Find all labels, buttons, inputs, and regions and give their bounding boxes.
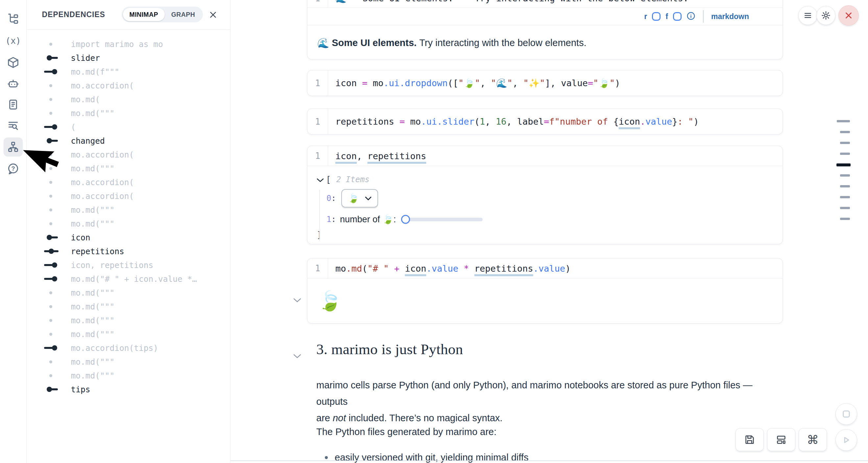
bullet-icon xyxy=(325,456,328,459)
dependency-item[interactable]: icon xyxy=(27,230,230,244)
minimap-cell-bar[interactable] xyxy=(840,174,850,177)
line-number: 1 xyxy=(307,70,328,96)
collapse-section-button[interactable] xyxy=(292,351,302,361)
code-line[interactable]: icon = mo.ui.dropdown(["🍃", "🌊", "✨"], v… xyxy=(328,78,620,89)
dependency-item[interactable]: mo.md(""" xyxy=(27,355,230,369)
code-line[interactable]: mo.md("# " + icon.value * repetitions.va… xyxy=(328,264,570,274)
dependency-item-label: ( xyxy=(71,122,76,132)
svg-text:?: ? xyxy=(11,165,15,172)
code-line[interactable]: 🌊 **Some UI elements.** Try interacting … xyxy=(328,0,688,4)
close-panel-button[interactable] xyxy=(208,9,218,20)
dependency-item[interactable]: mo.accordion( xyxy=(27,79,230,92)
markdown-output: 🌊 Some UI elements. Try interacting with… xyxy=(307,25,782,60)
items-count: 2 Items xyxy=(336,175,370,184)
variables-icon[interactable]: (x) xyxy=(4,31,23,50)
dependency-graph-icon[interactable] xyxy=(4,137,23,157)
dependency-item[interactable]: icon, repetitions xyxy=(27,258,230,272)
dependency-item-label: mo.accordion(tips) xyxy=(71,343,158,353)
stop-icon xyxy=(841,408,852,420)
code-editor[interactable]: 1 mo.md("# " + icon.value * repetitions.… xyxy=(307,258,782,279)
dependency-item[interactable]: mo.md(""" xyxy=(27,300,230,313)
dependency-item[interactable]: mo.md("# " + icon.value *… xyxy=(27,272,230,286)
chevron-down-icon xyxy=(365,196,372,200)
tab-minimap[interactable]: MINIMAP xyxy=(123,8,165,21)
shutdown-button[interactable] xyxy=(838,5,859,26)
dependency-marker-use-icon xyxy=(44,341,62,355)
dependency-item[interactable]: mo.md(""" xyxy=(27,203,230,217)
dependency-item[interactable]: mo.md(""" xyxy=(27,161,230,175)
minimap-cell-bar[interactable] xyxy=(840,142,850,144)
language-label[interactable]: markdown xyxy=(711,12,749,21)
packages-icon[interactable] xyxy=(4,53,23,72)
dependency-item-label: icon, repetitions xyxy=(71,260,154,270)
layout-button[interactable] xyxy=(767,428,795,451)
code-editor[interactable]: 1 🌊 **Some UI elements.** Try interactin… xyxy=(307,0,782,8)
minimap-cell-bar[interactable] xyxy=(840,207,850,209)
dependency-item-label: mo.md(""" xyxy=(71,164,115,173)
minimap-cell-bar[interactable] xyxy=(837,120,850,122)
dependency-item[interactable]: ( xyxy=(27,120,230,134)
minimap-cell-bar[interactable] xyxy=(840,153,850,155)
code-line[interactable]: icon, repetitions xyxy=(328,151,426,161)
dependency-marker-dot-icon xyxy=(44,175,62,189)
ai-assistant-icon[interactable] xyxy=(4,74,23,93)
dependency-item-label: mo.md(""" xyxy=(71,109,115,118)
run-all-button[interactable] xyxy=(835,429,857,451)
notebook-menu-button[interactable] xyxy=(798,6,817,25)
dependencies-header: DEPENDENCIES MINIMAP GRAPH xyxy=(27,0,230,30)
info-icon[interactable] xyxy=(686,11,695,22)
documentation-icon[interactable] xyxy=(4,95,23,114)
logs-search-icon[interactable] xyxy=(4,116,23,135)
dependency-item[interactable]: mo.md( xyxy=(27,92,230,106)
dependency-item[interactable]: mo.md(""" xyxy=(27,286,230,300)
format-checkbox[interactable] xyxy=(673,12,682,21)
dropdown-select[interactable]: 🍃 xyxy=(341,189,378,208)
line-number: 1 xyxy=(307,109,328,134)
file-tree-icon[interactable] xyxy=(4,9,23,29)
minimap-cell-bar[interactable] xyxy=(840,218,850,220)
dependency-item[interactable]: mo.md(""" xyxy=(27,327,230,341)
minimap-cell-bar[interactable] xyxy=(836,163,850,166)
dependency-item[interactable]: slider xyxy=(27,51,230,65)
code-editor[interactable]: 1 repetitions = mo.ui.slider(1, 16, labe… xyxy=(307,109,782,134)
dependency-marker-use-icon xyxy=(44,258,62,272)
dependency-item[interactable]: mo.accordion( xyxy=(27,189,230,203)
menu-icon xyxy=(803,10,813,21)
wave-emoji: 🌊 xyxy=(317,37,329,49)
slider-handle[interactable] xyxy=(401,215,410,224)
stop-button[interactable] xyxy=(835,403,857,425)
code-line[interactable]: repetitions = mo.ui.slider(1, 16, label=… xyxy=(328,116,699,127)
dependency-item[interactable]: mo.md(""" xyxy=(27,106,230,120)
dependency-item-label: mo.md(""" xyxy=(71,357,115,367)
dependency-item[interactable]: mo.accordion(tips) xyxy=(27,341,230,355)
run-checkbox[interactable] xyxy=(652,12,660,21)
dependency-item[interactable]: tips xyxy=(27,382,230,396)
dependency-item[interactable]: mo.accordion( xyxy=(27,175,230,189)
line-number: 1 xyxy=(307,0,328,7)
dependency-item[interactable]: mo.accordion( xyxy=(27,148,230,161)
dependency-item[interactable]: mo.md(""" xyxy=(27,217,230,230)
collapse-output-button[interactable] xyxy=(292,295,302,305)
dependency-item[interactable]: import marimo as mo xyxy=(27,37,230,51)
dependency-item[interactable]: mo.md(f""" xyxy=(27,65,230,79)
help-icon[interactable]: ? xyxy=(4,159,23,178)
minimap-cell-bar[interactable] xyxy=(840,131,850,133)
slider-track[interactable] xyxy=(402,218,483,221)
dependency-marker-dot-icon xyxy=(44,369,62,382)
keyboard-shortcuts-button[interactable]: ⌘ xyxy=(799,428,827,451)
minimap-cell-bar[interactable] xyxy=(840,196,850,198)
dependency-item[interactable]: mo.md(""" xyxy=(27,313,230,327)
collapse-tree-icon[interactable] xyxy=(317,175,324,184)
dependency-item[interactable]: changed xyxy=(27,134,230,148)
minimap-cell-bar[interactable] xyxy=(840,185,850,187)
save-button[interactable] xyxy=(736,428,764,451)
tab-graph[interactable]: GRAPH xyxy=(165,8,202,21)
dependency-item[interactable]: mo.md(""" xyxy=(27,369,230,382)
code-editor[interactable]: 1 icon, repetitions xyxy=(307,146,782,166)
index-0-label: 0: xyxy=(327,194,336,203)
dependency-item[interactable]: repetitions xyxy=(27,244,230,258)
settings-button[interactable] xyxy=(816,6,835,25)
code-editor[interactable]: 1 icon = mo.ui.dropdown(["🍃", "🌊", "✨"],… xyxy=(307,70,782,96)
bracket-close: ] xyxy=(317,230,782,240)
play-icon xyxy=(841,434,852,445)
